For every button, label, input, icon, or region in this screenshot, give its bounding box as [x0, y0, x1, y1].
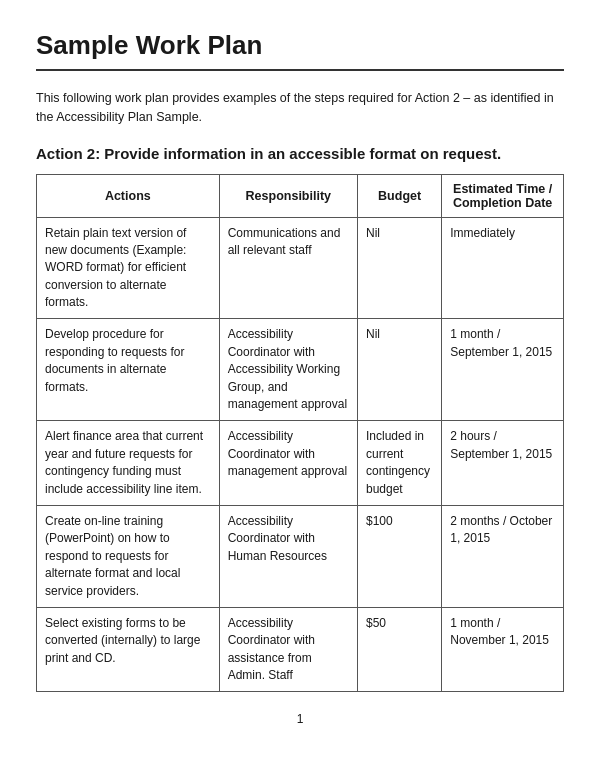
- page-title: Sample Work Plan: [36, 30, 564, 61]
- cell-responsibility-1: Accessibility Coordinator with Accessibi…: [219, 319, 357, 421]
- table-row: Select existing forms to be converted (i…: [37, 607, 564, 692]
- table-row: Retain plain text version of new documen…: [37, 217, 564, 319]
- title-divider: [36, 69, 564, 71]
- cell-budget-2: Included in current contingency budget: [358, 421, 442, 506]
- cell-actions-0: Retain plain text version of new documen…: [37, 217, 220, 319]
- cell-responsibility-2: Accessibility Coordinator with managemen…: [219, 421, 357, 506]
- table-header-row: Actions Responsibility Budget Estimated …: [37, 174, 564, 217]
- cell-budget-1: Nil: [358, 319, 442, 421]
- cell-actions-2: Alert finance area that current year and…: [37, 421, 220, 506]
- cell-date-4: 1 month / November 1, 2015: [442, 607, 564, 692]
- cell-date-0: Immediately: [442, 217, 564, 319]
- table-row: Create on-line training (PowerPoint) on …: [37, 505, 564, 607]
- cell-responsibility-0: Communications and all relevant staff: [219, 217, 357, 319]
- header-budget: Budget: [358, 174, 442, 217]
- section-heading: Action 2: Provide information in an acce…: [36, 145, 564, 162]
- header-actions: Actions: [37, 174, 220, 217]
- header-date: Estimated Time / Completion Date: [442, 174, 564, 217]
- intro-text: This following work plan provides exampl…: [36, 89, 564, 127]
- cell-actions-1: Develop procedure for responding to requ…: [37, 319, 220, 421]
- page-number: 1: [297, 712, 304, 726]
- cell-date-3: 2 months / October 1, 2015: [442, 505, 564, 607]
- cell-budget-4: $50: [358, 607, 442, 692]
- cell-date-2: 2 hours / September 1, 2015: [442, 421, 564, 506]
- cell-actions-4: Select existing forms to be converted (i…: [37, 607, 220, 692]
- table-row: Alert finance area that current year and…: [37, 421, 564, 506]
- cell-actions-3: Create on-line training (PowerPoint) on …: [37, 505, 220, 607]
- header-responsibility: Responsibility: [219, 174, 357, 217]
- work-plan-table: Actions Responsibility Budget Estimated …: [36, 174, 564, 693]
- cell-budget-0: Nil: [358, 217, 442, 319]
- cell-date-1: 1 month / September 1, 2015: [442, 319, 564, 421]
- footer: 1: [36, 712, 564, 726]
- cell-responsibility-4: Accessibility Coordinator with assistanc…: [219, 607, 357, 692]
- cell-budget-3: $100: [358, 505, 442, 607]
- cell-responsibility-3: Accessibility Coordinator with Human Res…: [219, 505, 357, 607]
- table-row: Develop procedure for responding to requ…: [37, 319, 564, 421]
